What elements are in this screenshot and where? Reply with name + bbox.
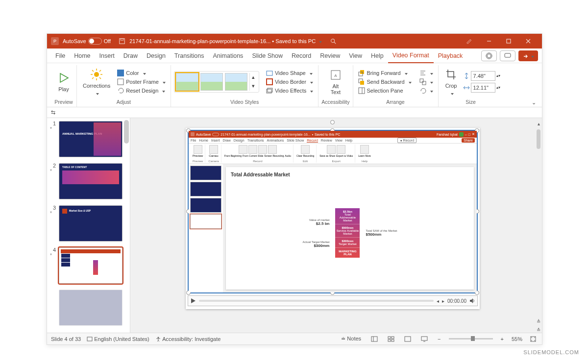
tab-home[interactable]: Home: [70, 49, 95, 63]
step-back-icon[interactable]: ◂: [437, 298, 439, 304]
zoom-in-button[interactable]: +: [499, 336, 506, 342]
video-selection[interactable]: AutoSave 21747-01-annual-marketing-plan-…: [188, 130, 478, 293]
tab-file[interactable]: File: [51, 49, 70, 63]
ribbon-group-size: Crop 7.48"▴▾ 12.11"▴▾ Size: [439, 65, 503, 107]
tab-insert[interactable]: Insert: [95, 49, 119, 63]
selection-pane-button[interactable]: Selection Pane: [356, 87, 414, 95]
zoom-thumb[interactable]: [471, 336, 475, 341]
selection-pane-icon: [358, 87, 365, 94]
play-icon[interactable]: [190, 298, 196, 304]
scrollbar-thumb[interactable]: [124, 120, 129, 144]
spinner-icon[interactable]: ▴▾: [496, 85, 500, 90]
rotate-button[interactable]: [417, 87, 435, 95]
align-button[interactable]: [417, 69, 435, 77]
autosave-toggle[interactable]: AutoSave Off: [63, 38, 111, 45]
thumbnail-4[interactable]: 4*: [47, 244, 130, 287]
video-effects-button[interactable]: Video Effects: [264, 87, 315, 95]
scroll-up-icon[interactable]: ▴: [538, 121, 540, 126]
tab-draw[interactable]: Draw: [119, 49, 142, 63]
collapse-ribbon-icon[interactable]: ⌄: [532, 99, 536, 106]
thumbnail-3[interactable]: 3* Market Size & USP: [47, 202, 130, 244]
reading-view-icon[interactable]: [402, 336, 413, 342]
video-track[interactable]: [199, 300, 434, 302]
slide-canvas[interactable]: AutoSave 21747-01-annual-marketing-plan-…: [130, 118, 535, 333]
thumbnail-5[interactable]: [47, 287, 130, 329]
normal-view-icon[interactable]: [369, 336, 380, 342]
gallery-more-button[interactable]: ▴ ▾: [249, 73, 257, 91]
save-icon[interactable]: [119, 38, 125, 45]
slide-sorter-icon[interactable]: [386, 336, 396, 342]
tab-slideshow[interactable]: Slide Show: [247, 49, 287, 63]
tab-help[interactable]: Help: [367, 49, 388, 63]
ink-icon[interactable]: [460, 34, 479, 48]
share-button[interactable]: [518, 50, 538, 61]
send-backward-button[interactable]: Send Backward: [356, 78, 414, 86]
video-border-button[interactable]: Video Border: [264, 78, 315, 86]
next-slide-icon[interactable]: ≛: [537, 327, 540, 333]
thumbnail-image: ANNUAL MARKETING PLAN: [59, 121, 122, 157]
comments-button[interactable]: [500, 50, 515, 61]
tab-video-format[interactable]: Video Format: [388, 49, 434, 63]
tab-transitions[interactable]: Transitions: [170, 49, 209, 63]
slide: AutoSave 21747-01-annual-marketing-plan-…: [186, 128, 480, 309]
accessibility-button[interactable]: Accessibility: Investigate: [155, 336, 221, 342]
prev-slide-icon[interactable]: ≜: [537, 319, 540, 324]
group-button[interactable]: [417, 78, 435, 86]
volume-icon[interactable]: [469, 298, 475, 304]
reset-design-button[interactable]: Reset Design: [115, 87, 168, 95]
alt-text-button[interactable]: A Alt Text: [326, 67, 345, 96]
corrections-button[interactable]: Corrections: [80, 67, 113, 97]
color-button[interactable]: Color: [115, 69, 168, 77]
zoom-slider[interactable]: [449, 338, 493, 340]
ribbon-group-video-styles: ▴ ▾ Video Shape Video Border Video Effec…: [171, 65, 318, 107]
svg-rect-38: [420, 79, 423, 82]
maximize-button[interactable]: [499, 34, 518, 48]
reset-icon: [117, 87, 124, 94]
video-shape-button[interactable]: Video Shape: [264, 69, 315, 77]
crop-button[interactable]: Crop: [441, 67, 461, 97]
camera-mode-button[interactable]: [481, 50, 497, 61]
video-playback-bar[interactable]: ◂ ▸ 00:00.00: [188, 295, 478, 306]
titlebar: P AutoSave Off 21747-01-annual-marketing…: [47, 34, 542, 49]
svg-rect-21: [117, 70, 124, 76]
tab-playback[interactable]: Playback: [434, 49, 467, 63]
tab-review[interactable]: Review: [316, 49, 344, 63]
minimize-button[interactable]: [479, 34, 499, 48]
close-button[interactable]: [518, 34, 538, 48]
poster-frame-button[interactable]: Poster Frame: [115, 78, 168, 86]
thumbnail-2[interactable]: 2* TABLE OF CONTENT: [47, 160, 130, 202]
style-thumb[interactable]: [176, 73, 198, 91]
language-button[interactable]: English (United States): [87, 336, 149, 342]
bring-forward-button[interactable]: Bring Forward: [356, 69, 414, 77]
zoom-level[interactable]: 55%: [512, 336, 522, 342]
overflow-icon[interactable]: ⇆: [51, 109, 55, 116]
svg-marker-11: [60, 73, 68, 82]
style-thumb[interactable]: [200, 73, 223, 91]
fit-to-window-icon[interactable]: [528, 336, 538, 342]
search-icon[interactable]: [330, 38, 337, 45]
height-input[interactable]: 7.48": [471, 71, 495, 81]
rotate-handle[interactable]: [330, 120, 335, 124]
ribbon-group-adjust: Corrections Color Poster Frame Reset Des…: [77, 65, 171, 107]
tab-animations[interactable]: Animations: [209, 49, 248, 63]
powerpoint-icon: P: [51, 37, 59, 45]
main-area: 1* ANNUAL MARKETING PLAN 2* TABLE OF CON…: [47, 118, 542, 333]
document-title[interactable]: 21747-01-annual-marketing-plan-powerpoin…: [129, 38, 322, 44]
step-forward-icon[interactable]: ▸: [442, 298, 444, 304]
notes-button[interactable]: ≐ Notes: [339, 336, 363, 342]
svg-text:A: A: [334, 73, 337, 78]
spinner-icon[interactable]: ▴▾: [496, 73, 500, 78]
scrollbar-thumb[interactable]: [537, 129, 540, 149]
tab-record[interactable]: Record: [287, 49, 316, 63]
slideshow-view-icon[interactable]: [419, 336, 430, 342]
thumbnail-1[interactable]: 1* ANNUAL MARKETING PLAN: [47, 118, 130, 160]
tab-view[interactable]: View: [344, 49, 367, 63]
video-style-gallery[interactable]: ▴ ▾: [174, 71, 259, 93]
slide-counter[interactable]: Slide 4 of 33: [51, 336, 81, 342]
style-thumb[interactable]: [225, 73, 247, 91]
chevron-down-icon: [428, 79, 433, 85]
zoom-out-button[interactable]: −: [436, 336, 442, 342]
tab-design[interactable]: Design: [142, 49, 170, 63]
play-button[interactable]: Play: [54, 70, 74, 93]
width-input[interactable]: 12.11": [471, 83, 495, 93]
